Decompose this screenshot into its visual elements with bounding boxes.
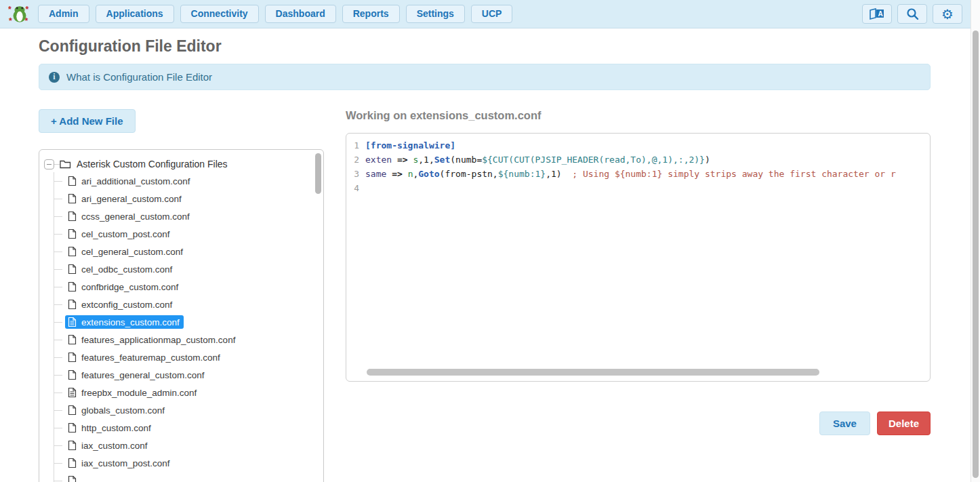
tree-connector (54, 164, 60, 165)
file-name: ari_general_custom.conf (81, 194, 182, 204)
editor-horizontal-scrollbar-thumb[interactable] (367, 369, 819, 376)
main-content: Configuration File Editor i What is Conf… (0, 28, 980, 482)
file-icon (68, 211, 77, 222)
page-title: Configuration File Editor (39, 37, 980, 56)
file-item[interactable]: ari_additional_custom.conf (54, 172, 314, 190)
code-line[interactable]: 4 (346, 181, 930, 195)
tree-root-node[interactable]: Asterisk Custom Configuration Files (44, 156, 314, 172)
file-item[interactable]: features_featuremap_custom.conf (54, 348, 314, 366)
file-name: iax_custom_post.conf (81, 458, 170, 468)
nav-item-ucp[interactable]: UCP (471, 5, 513, 23)
file-item[interactable]: extconfig_custom.conf (54, 296, 314, 313)
editor-actions: Save Delete (346, 411, 931, 435)
search-icon[interactable] (897, 4, 927, 24)
file-item[interactable]: ccss_general_custom.conf (54, 207, 314, 225)
line-number: 2 (346, 153, 365, 167)
file-name: extensions_custom.conf (81, 317, 180, 327)
code-line[interactable]: 3 same => n,Goto(from-pstn,${numb:1},1) … (346, 167, 930, 181)
file-icon (68, 334, 77, 345)
file-name: cel_general_custom.conf (81, 247, 183, 257)
file-list: ari_additional_custom.conf ari_general_c… (54, 172, 314, 482)
file-item[interactable] (54, 472, 314, 482)
editor-panel: Working on extensions_custom.conf 1 [fro… (346, 109, 931, 482)
file-item[interactable]: globals_custom.conf (54, 401, 314, 419)
collapse-icon[interactable] (44, 159, 54, 169)
file-icon (68, 299, 77, 310)
nav-item-connectivity[interactable]: Connectivity (180, 5, 259, 23)
file-item[interactable]: freepbx_module_admin.conf (54, 384, 314, 401)
line-number: 4 (346, 181, 365, 195)
nav-item-reports[interactable]: Reports (342, 5, 400, 23)
file-icon (68, 193, 77, 204)
file-item[interactable]: iax_custom_post.conf (54, 454, 314, 472)
nav-item-admin[interactable]: Admin (38, 5, 89, 23)
file-name: globals_custom.conf (81, 405, 165, 416)
file-icon (68, 422, 77, 433)
nav-item-dashboard[interactable]: Dashboard (265, 5, 336, 23)
file-item[interactable]: cel_custom_post.conf (54, 225, 314, 243)
file-item[interactable]: ari_general_custom.conf (54, 190, 314, 207)
file-item[interactable]: cel_odbc_custom.conf (54, 260, 314, 278)
add-new-file-button[interactable]: + Add New File (39, 109, 136, 133)
tree-scrollbar-thumb[interactable] (315, 153, 321, 194)
folder-icon (60, 159, 71, 169)
file-name: extconfig_custom.conf (81, 300, 172, 310)
file-icon (68, 281, 77, 292)
file-name: http_custom.conf (81, 423, 151, 433)
svg-text:*: * (26, 5, 29, 14)
file-browser-panel: + Add New File Asterisk Custom Configura… (39, 109, 324, 482)
file-icon (68, 228, 77, 239)
file-name: freepbx_module_admin.conf (81, 388, 197, 398)
file-text-icon (68, 317, 77, 327)
file-icon (68, 264, 77, 275)
top-navbar: * * * * Admin Applications Connectivity … (0, 0, 980, 28)
code-line[interactable]: 1 [from-signalwire] (346, 138, 930, 153)
file-icon (68, 369, 77, 380)
info-icon: i (49, 72, 60, 83)
file-icon (68, 458, 77, 468)
file-name: ari_additional_custom.conf (81, 176, 190, 186)
nav-item-settings[interactable]: Settings (406, 5, 465, 23)
gear-icon[interactable]: ⚙ (933, 4, 962, 24)
file-item[interactable]: features_applicationmap_custom.conf (54, 331, 314, 348)
info-alert-text: What is Configuration File Editor (66, 71, 212, 83)
file-name: features_featuremap_custom.conf (81, 353, 220, 363)
file-icon (68, 405, 77, 416)
code-editor[interactable]: 1 [from-signalwire] 2 exten => s,1,Set(n… (346, 133, 931, 382)
page-scrollbar[interactable] (971, 0, 980, 482)
tree-root-label: Asterisk Custom Configuration Files (77, 159, 228, 169)
file-icon (68, 176, 77, 186)
svg-text:*: * (9, 16, 12, 24)
line-number: 1 (346, 138, 365, 153)
file-item[interactable]: iax_custom.conf (54, 437, 314, 454)
file-item[interactable]: confbridge_custom.conf (54, 278, 314, 296)
line-number: 3 (346, 167, 365, 181)
delete-button[interactable]: Delete (877, 411, 931, 435)
file-name: features_general_custom.conf (81, 370, 205, 380)
file-icon (68, 475, 77, 482)
file-icon (68, 352, 77, 363)
save-button[interactable]: Save (819, 411, 870, 435)
language-icon[interactable]: A (862, 4, 892, 24)
file-tree-panel: Asterisk Custom Configuration Files ari_… (39, 149, 324, 482)
file-name: ccss_general_custom.conf (81, 212, 190, 222)
file-item-selected[interactable]: extensions_custom.conf (54, 313, 314, 331)
file-name: iax_custom.conf (81, 441, 148, 451)
file-name: cel_custom_post.conf (81, 229, 170, 239)
file-icon (68, 440, 77, 451)
working-on-heading: Working on extensions_custom.conf (346, 109, 931, 122)
page-scrollbar-thumb[interactable] (973, 31, 979, 478)
file-item[interactable]: features_general_custom.conf (54, 366, 314, 384)
file-icon (68, 246, 77, 257)
navbar-right-icons: A ⚙ (857, 4, 962, 24)
file-item[interactable]: cel_general_custom.conf (54, 243, 314, 260)
freepbx-logo-icon[interactable]: * * * * (8, 4, 31, 24)
nav-item-applications[interactable]: Applications (96, 5, 174, 23)
code-line[interactable]: 2 exten => s,1,Set(numb=${CUT(CUT(PJSIP_… (346, 153, 930, 167)
svg-text:A: A (878, 10, 883, 18)
info-alert[interactable]: i What is Configuration File Editor (39, 64, 931, 90)
file-item[interactable]: http_custom.conf (54, 419, 314, 437)
file-name: features_applicationmap_custom.conf (81, 335, 235, 345)
file-name: confbridge_custom.conf (81, 282, 178, 292)
file-name: cel_odbc_custom.conf (81, 264, 172, 275)
